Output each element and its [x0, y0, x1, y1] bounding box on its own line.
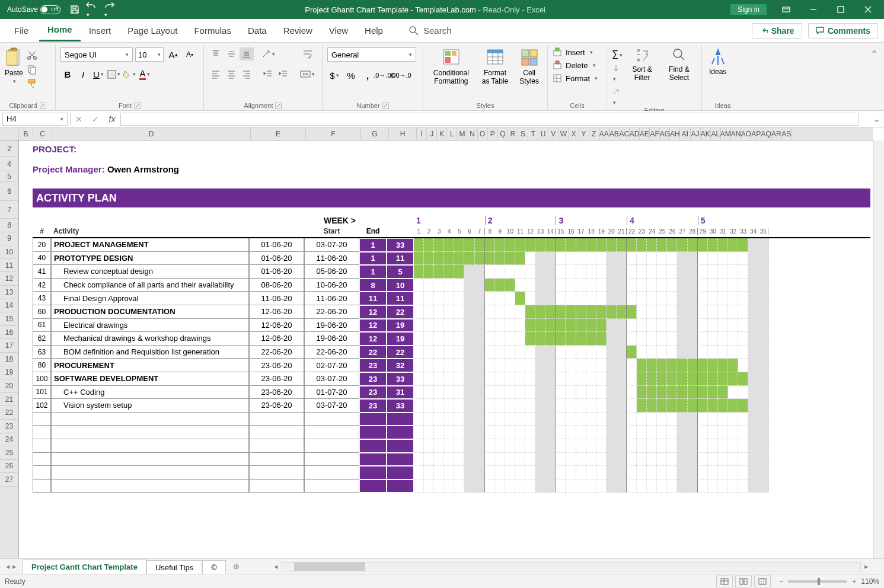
minimize-icon[interactable] — [800, 0, 827, 19]
page-layout-view-icon[interactable] — [735, 576, 752, 587]
sheet-tab-1[interactable]: Project Gantt Chart Template — [23, 560, 146, 576]
tab-insert[interactable]: Insert — [81, 22, 120, 39]
tab-home[interactable]: Home — [39, 21, 81, 41]
horizontal-scrollbar[interactable]: ◂▸ — [247, 562, 884, 571]
ribbon-options-icon[interactable] — [773, 0, 800, 19]
align-center-icon[interactable] — [224, 68, 238, 81]
sort-filter-button[interactable]: Sort & Filter — [626, 47, 658, 82]
ideas-button[interactable]: Ideas — [707, 47, 729, 76]
find-select-button[interactable]: Find & Select — [662, 47, 697, 82]
increase-decimal-icon[interactable]: .0→.00 — [377, 69, 391, 82]
dialog-launcher-icon[interactable]: ⤢ — [382, 103, 389, 109]
number-format-select[interactable]: General▾ — [327, 47, 416, 62]
font-name-input[interactable]: Segoe UI▾ — [60, 47, 133, 62]
format-painter-icon[interactable] — [27, 78, 37, 89]
fill-color-button[interactable]: ▾ — [122, 68, 136, 81]
comments-button[interactable]: Comments — [808, 23, 878, 39]
fx-icon[interactable]: fx — [104, 114, 120, 124]
name-box[interactable]: H4▾ — [2, 113, 68, 126]
tab-view[interactable]: View — [321, 22, 356, 39]
align-bottom-icon[interactable] — [240, 47, 254, 60]
zoom-slider[interactable] — [788, 580, 847, 583]
table-row[interactable]: 80PROCUREMENT23-06-2002-07-202332 — [33, 359, 870, 372]
close-icon[interactable] — [854, 0, 882, 19]
underline-button[interactable]: U▾ — [91, 68, 106, 81]
zoom-in-icon[interactable]: + — [852, 577, 856, 586]
table-row[interactable]: 60PRODUCTION DOCUMENTATION12-06-2022-06-… — [33, 305, 870, 319]
cut-icon[interactable] — [27, 50, 37, 60]
table-row[interactable]: 20PROJECT MANAGEMENT01-06-2003-07-20133 — [33, 238, 870, 252]
row-headers[interactable]: 2456789101112131415161718192021222324252… — [0, 140, 19, 558]
copy-icon[interactable] — [27, 64, 37, 75]
column-headers[interactable]: BCDEFGHIJKLMNOPQRSTUVWXYZAAABACADAEAFAGA… — [19, 127, 873, 140]
wrap-text-button[interactable] — [300, 47, 315, 60]
insert-cells-button[interactable]: Insert▾ — [553, 47, 598, 57]
autosum-icon[interactable]: ∑▾ — [612, 49, 623, 59]
dialog-launcher-icon[interactable]: ⤢ — [275, 103, 282, 109]
search-box[interactable]: Search — [409, 25, 452, 36]
expand-formula-icon[interactable]: ⌄ — [869, 113, 884, 124]
table-row[interactable]: 101C++ Coding23-06-2001-07-202331 — [33, 386, 870, 400]
table-row[interactable]: 41Review conceptual design01-06-2005-06-… — [33, 265, 870, 279]
table-row[interactable] — [33, 466, 870, 480]
comma-format-icon[interactable]: , — [360, 69, 375, 82]
table-row[interactable] — [33, 453, 870, 466]
signin-button[interactable]: Sign in — [730, 4, 767, 15]
merge-center-button[interactable]: ▾ — [300, 68, 315, 81]
align-top-icon[interactable] — [209, 47, 223, 60]
collapse-ribbon-icon[interactable]: ⌃ — [864, 45, 884, 110]
new-sheet-icon[interactable]: ⊕ — [226, 562, 247, 571]
decrease-decimal-icon[interactable]: .00→.0 — [394, 69, 408, 82]
tab-formulas[interactable]: Formulas — [186, 22, 240, 39]
font-color-button[interactable]: A▾ — [138, 68, 152, 81]
zoom-out-icon[interactable]: − — [779, 577, 783, 586]
select-all-corner[interactable] — [0, 127, 19, 140]
accounting-format-icon[interactable]: $▾ — [327, 69, 342, 82]
dialog-launcher-icon[interactable]: ⤢ — [134, 103, 141, 109]
table-row[interactable] — [33, 413, 870, 426]
cell-styles-button[interactable]: Cell Styles — [516, 47, 542, 85]
align-right-icon[interactable] — [240, 68, 254, 81]
autosave-toggle[interactable]: AutoSave Off — [2, 5, 65, 14]
tab-data[interactable]: Data — [240, 22, 275, 39]
paste-button[interactable]: Paste▾ — [5, 47, 23, 84]
undo-icon[interactable]: ▾ — [85, 1, 97, 18]
cancel-formula-icon[interactable]: ✕ — [71, 114, 87, 124]
conditional-formatting-button[interactable]: Conditional Formatting — [428, 47, 474, 85]
table-row[interactable]: 43Final Design Approval11-06-2011-06-201… — [33, 292, 870, 305]
cells-grid[interactable]: PROJECT: Project Manager: Owen Armstrong… — [19, 140, 873, 558]
enter-formula-icon[interactable]: ✓ — [87, 114, 104, 124]
tab-help[interactable]: Help — [356, 22, 391, 39]
percent-format-icon[interactable]: % — [344, 69, 358, 82]
clear-icon[interactable]: ▾ — [612, 88, 623, 107]
table-row[interactable]: 63BOM definition and Requisition list ge… — [33, 346, 870, 359]
maximize-icon[interactable] — [827, 0, 854, 19]
formula-input[interactable] — [120, 113, 859, 126]
decrease-font-icon[interactable]: A▾ — [183, 48, 197, 61]
vertical-scrollbar[interactable] — [873, 140, 884, 558]
delete-cells-button[interactable]: Delete▾ — [553, 60, 598, 70]
fill-icon[interactable]: ▾ — [612, 64, 623, 83]
table-row[interactable] — [33, 426, 870, 439]
table-row[interactable]: 102Vision system setup23-06-2003-07-2023… — [33, 399, 870, 413]
decrease-indent-icon[interactable] — [261, 68, 275, 81]
font-size-input[interactable]: 10▾ — [135, 47, 164, 62]
sheet-nav[interactable]: ◂▸ — [0, 562, 23, 571]
redo-icon[interactable]: ▾ — [103, 1, 115, 18]
italic-button[interactable]: I — [76, 68, 90, 81]
tab-file[interactable]: File — [6, 22, 39, 39]
tab-pagelayout[interactable]: Page Layout — [119, 22, 186, 39]
align-left-icon[interactable] — [209, 68, 223, 81]
sheet-tab-3[interactable]: © — [202, 560, 226, 574]
table-row[interactable]: 62Mechanical drawings & workshop drawing… — [33, 332, 870, 346]
save-icon[interactable] — [70, 5, 79, 14]
format-as-table-button[interactable]: Format as Table — [478, 47, 513, 85]
tab-review[interactable]: Review — [275, 22, 321, 39]
increase-font-icon[interactable]: A▴ — [166, 48, 180, 61]
zoom-value[interactable]: 110% — [861, 577, 879, 586]
table-row[interactable]: 42Check compliance of all parts and thei… — [33, 279, 870, 292]
table-row[interactable] — [33, 480, 870, 493]
sheet-tab-2[interactable]: Useful Tips — [146, 560, 202, 574]
table-row[interactable] — [33, 439, 870, 453]
align-middle-icon[interactable] — [224, 47, 238, 60]
